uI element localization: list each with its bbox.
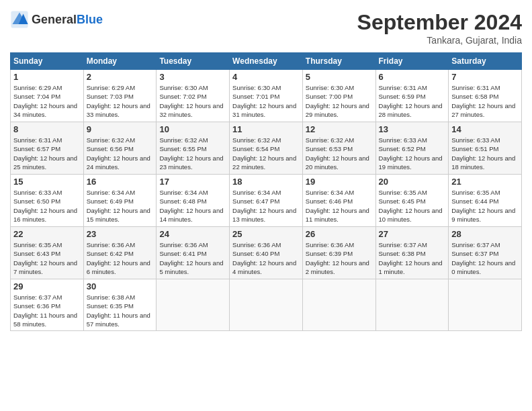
header: GeneralBlue September 2024 Tankara, Guja…	[10, 10, 522, 46]
day-info: Sunrise: 6:35 AM Sunset: 6:43 PM Dayligh…	[13, 240, 81, 276]
day-info: Sunrise: 6:37 AM Sunset: 6:36 PM Dayligh…	[13, 293, 81, 328]
table-row: 21 Sunrise: 6:35 AM Sunset: 6:44 PM Dayl…	[449, 175, 522, 227]
day-number: 19	[306, 177, 373, 187]
day-number: 24	[159, 229, 226, 239]
table-row: 17 Sunrise: 6:34 AM Sunset: 6:48 PM Dayl…	[157, 175, 230, 227]
day-info: Sunrise: 6:29 AM Sunset: 7:04 PM Dayligh…	[13, 83, 81, 119]
day-number: 27	[379, 229, 446, 239]
day-info: Sunrise: 6:36 AM Sunset: 6:40 PM Dayligh…	[232, 240, 300, 276]
table-row: 13 Sunrise: 6:33 AM Sunset: 6:52 PM Dayl…	[375, 122, 449, 175]
table-row: 25 Sunrise: 6:36 AM Sunset: 6:40 PM Dayl…	[230, 227, 303, 279]
day-number: 9	[87, 124, 154, 134]
day-number: 1	[13, 72, 81, 82]
logo-text: GeneralBlue	[32, 13, 103, 27]
day-number: 14	[451, 124, 519, 134]
day-number: 6	[379, 72, 446, 82]
table-row: 9 Sunrise: 6:32 AM Sunset: 6:56 PM Dayli…	[83, 122, 157, 175]
day-info: Sunrise: 6:36 AM Sunset: 6:41 PM Dayligh…	[159, 240, 226, 276]
day-number: 5	[306, 72, 373, 82]
header-tuesday: Tuesday	[157, 53, 230, 70]
table-row: 24 Sunrise: 6:36 AM Sunset: 6:41 PM Dayl…	[157, 227, 230, 279]
table-row: 10 Sunrise: 6:32 AM Sunset: 6:55 PM Dayl…	[157, 122, 230, 175]
day-number: 16	[87, 177, 154, 187]
day-number: 4	[232, 72, 300, 82]
table-row: 26 Sunrise: 6:36 AM Sunset: 6:39 PM Dayl…	[302, 227, 375, 279]
table-row: 4 Sunrise: 6:30 AM Sunset: 7:01 PM Dayli…	[230, 70, 303, 122]
day-number: 30	[87, 281, 154, 291]
day-info: Sunrise: 6:30 AM Sunset: 7:02 PM Dayligh…	[159, 83, 226, 119]
table-row: 20 Sunrise: 6:35 AM Sunset: 6:45 PM Dayl…	[375, 175, 449, 227]
day-number: 12	[306, 124, 373, 134]
calendar-table: Sunday Monday Tuesday Wednesday Thursday…	[10, 52, 522, 331]
day-info: Sunrise: 6:38 AM Sunset: 6:35 PM Dayligh…	[87, 293, 154, 328]
day-info: Sunrise: 6:34 AM Sunset: 6:47 PM Dayligh…	[232, 188, 300, 224]
header-monday: Monday	[83, 53, 157, 70]
day-info: Sunrise: 6:31 AM Sunset: 6:58 PM Dayligh…	[451, 83, 519, 119]
logo: GeneralBlue	[10, 10, 103, 29]
day-info: Sunrise: 6:35 AM Sunset: 6:45 PM Dayligh…	[379, 188, 446, 224]
weekday-header-row: Sunday Monday Tuesday Wednesday Thursday…	[11, 53, 522, 70]
table-row	[375, 279, 449, 331]
logo-blue: Blue	[77, 13, 103, 26]
day-number: 26	[306, 229, 373, 239]
day-info: Sunrise: 6:29 AM Sunset: 7:03 PM Dayligh…	[87, 83, 154, 119]
day-number: 23	[87, 229, 154, 239]
day-info: Sunrise: 6:36 AM Sunset: 6:39 PM Dayligh…	[306, 240, 373, 276]
table-row: 12 Sunrise: 6:32 AM Sunset: 6:53 PM Dayl…	[302, 122, 375, 175]
table-row: 22 Sunrise: 6:35 AM Sunset: 6:43 PM Dayl…	[11, 227, 84, 279]
day-number: 11	[232, 124, 300, 134]
day-info: Sunrise: 6:32 AM Sunset: 6:55 PM Dayligh…	[159, 136, 226, 171]
day-info: Sunrise: 6:34 AM Sunset: 6:46 PM Dayligh…	[306, 188, 373, 224]
table-row: 1 Sunrise: 6:29 AM Sunset: 7:04 PM Dayli…	[11, 70, 84, 122]
table-row: 11 Sunrise: 6:32 AM Sunset: 6:54 PM Dayl…	[230, 122, 303, 175]
day-number: 21	[451, 177, 519, 187]
day-info: Sunrise: 6:32 AM Sunset: 6:56 PM Dayligh…	[87, 136, 154, 171]
location-title: Tankara, Gujarat, India	[357, 35, 522, 46]
table-row	[157, 279, 230, 331]
table-row: 29 Sunrise: 6:37 AM Sunset: 6:36 PM Dayl…	[11, 279, 84, 331]
day-info: Sunrise: 6:34 AM Sunset: 6:48 PM Dayligh…	[159, 188, 226, 224]
logo-icon	[10, 10, 29, 29]
day-number: 10	[159, 124, 226, 134]
day-info: Sunrise: 6:31 AM Sunset: 6:57 PM Dayligh…	[13, 136, 81, 171]
day-info: Sunrise: 6:33 AM Sunset: 6:50 PM Dayligh…	[13, 188, 81, 224]
day-number: 8	[13, 124, 81, 134]
day-info: Sunrise: 6:32 AM Sunset: 6:53 PM Dayligh…	[306, 136, 373, 171]
table-row: 15 Sunrise: 6:33 AM Sunset: 6:50 PM Dayl…	[11, 175, 84, 227]
day-number: 15	[13, 177, 81, 187]
table-row: 8 Sunrise: 6:31 AM Sunset: 6:57 PM Dayli…	[11, 122, 84, 175]
day-number: 17	[159, 177, 226, 187]
day-number: 20	[379, 177, 446, 187]
day-info: Sunrise: 6:33 AM Sunset: 6:51 PM Dayligh…	[451, 136, 519, 171]
month-title: September 2024	[357, 10, 522, 35]
day-info: Sunrise: 6:34 AM Sunset: 6:49 PM Dayligh…	[87, 188, 154, 224]
title-block: September 2024 Tankara, Gujarat, India	[357, 10, 522, 46]
table-row: 16 Sunrise: 6:34 AM Sunset: 6:49 PM Dayl…	[83, 175, 157, 227]
day-number: 28	[451, 229, 519, 239]
day-info: Sunrise: 6:31 AM Sunset: 6:59 PM Dayligh…	[379, 83, 446, 119]
table-row: 30 Sunrise: 6:38 AM Sunset: 6:35 PM Dayl…	[83, 279, 157, 331]
main-container: GeneralBlue September 2024 Tankara, Guja…	[0, 0, 532, 338]
table-row: 2 Sunrise: 6:29 AM Sunset: 7:03 PM Dayli…	[83, 70, 157, 122]
table-row: 5 Sunrise: 6:30 AM Sunset: 7:00 PM Dayli…	[302, 70, 375, 122]
logo-general: General	[32, 13, 77, 26]
day-number: 18	[232, 177, 300, 187]
table-row: 28 Sunrise: 6:37 AM Sunset: 6:37 PM Dayl…	[449, 227, 522, 279]
day-number: 25	[232, 229, 300, 239]
table-row: 3 Sunrise: 6:30 AM Sunset: 7:02 PM Dayli…	[157, 70, 230, 122]
table-row: 19 Sunrise: 6:34 AM Sunset: 6:46 PM Dayl…	[302, 175, 375, 227]
table-row: 23 Sunrise: 6:36 AM Sunset: 6:42 PM Dayl…	[83, 227, 157, 279]
header-saturday: Saturday	[449, 53, 522, 70]
header-friday: Friday	[375, 53, 449, 70]
header-thursday: Thursday	[302, 53, 375, 70]
day-number: 22	[13, 229, 81, 239]
table-row	[302, 279, 375, 331]
day-number: 13	[379, 124, 446, 134]
table-row: 14 Sunrise: 6:33 AM Sunset: 6:51 PM Dayl…	[449, 122, 522, 175]
table-row: 27 Sunrise: 6:37 AM Sunset: 6:38 PM Dayl…	[375, 227, 449, 279]
table-row	[230, 279, 303, 331]
day-number: 7	[451, 72, 519, 82]
table-row	[449, 279, 522, 331]
table-row: 18 Sunrise: 6:34 AM Sunset: 6:47 PM Dayl…	[230, 175, 303, 227]
table-row: 7 Sunrise: 6:31 AM Sunset: 6:58 PM Dayli…	[449, 70, 522, 122]
